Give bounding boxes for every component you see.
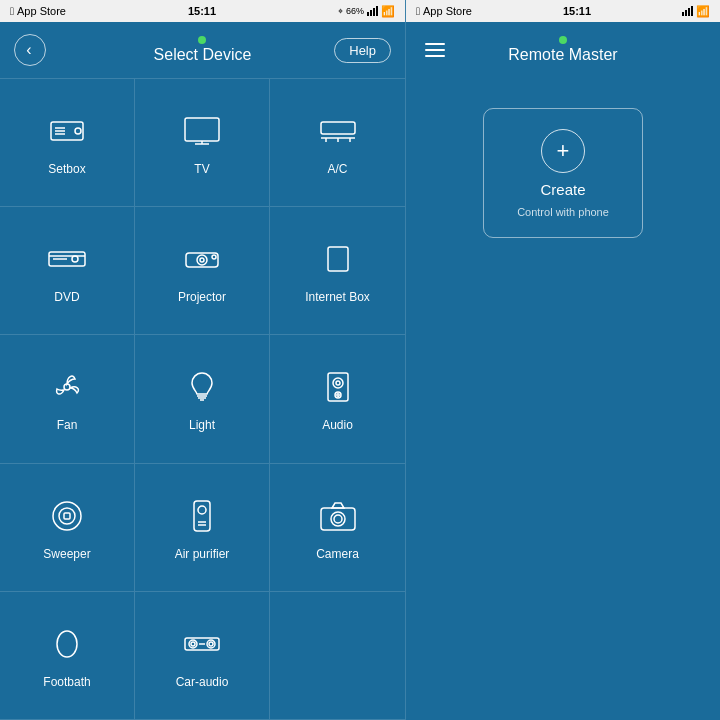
- svg-rect-8: [321, 122, 355, 134]
- audio-label: Audio: [322, 418, 353, 432]
- device-item-sweeper[interactable]: Sweeper: [0, 464, 135, 592]
- svg-rect-21: [328, 247, 348, 271]
- svg-point-43: [189, 640, 197, 648]
- svg-rect-33: [64, 513, 70, 519]
- tv-label: TV: [194, 162, 209, 176]
- right-time: 15:11: [563, 5, 591, 17]
- dvd-icon: [45, 237, 89, 284]
- device-item-dvd[interactable]: DVD: [0, 207, 135, 335]
- create-card[interactable]: + Create Control with phone: [483, 108, 643, 238]
- right-app-name: App Store: [423, 5, 472, 17]
- device-item-tv[interactable]: TV: [135, 79, 270, 207]
- right-signal-bars: [682, 6, 693, 16]
- create-subtitle: Control with phone: [517, 206, 609, 218]
- device-item-setbox[interactable]: Setbox: [0, 79, 135, 207]
- right-connection-dot: [559, 36, 567, 44]
- left-status-bar:  App Store 15:11 ⌖ 66% 📶: [0, 0, 405, 22]
- left-header: ‹ Select Device Help: [0, 22, 405, 78]
- help-button[interactable]: Help: [334, 38, 391, 63]
- air-purifier-icon: [180, 494, 224, 541]
- svg-point-30: [336, 394, 338, 396]
- svg-point-44: [191, 642, 195, 646]
- car-audio-label: Car-audio: [176, 675, 229, 689]
- remote-master-title: Remote Master: [508, 36, 617, 64]
- device-item-fan[interactable]: Fan: [0, 335, 135, 463]
- internet-box-label: Internet Box: [305, 290, 370, 304]
- create-plus-icon: +: [541, 129, 585, 173]
- left-percent: 66%: [346, 6, 364, 16]
- svg-point-41: [57, 631, 77, 657]
- svg-point-20: [212, 255, 216, 259]
- svg-point-18: [197, 255, 207, 265]
- svg-point-28: [336, 381, 340, 385]
- menu-button[interactable]: [420, 38, 450, 62]
- audio-icon: [316, 365, 360, 412]
- svg-point-39: [331, 512, 345, 526]
- ac-label: A/C: [327, 162, 347, 176]
- ac-icon: [316, 109, 360, 156]
- tv-icon: [180, 109, 224, 156]
- apple-icon: : [10, 5, 14, 17]
- device-item-audio[interactable]: Audio: [270, 335, 405, 463]
- wifi-icon: 📶: [381, 5, 395, 18]
- footbath-label: Footbath: [43, 675, 90, 689]
- device-item-ac[interactable]: A/C: [270, 79, 405, 207]
- car-audio-icon: [180, 622, 224, 669]
- right-content: + Create Control with phone: [406, 78, 720, 720]
- device-item-air-purifier[interactable]: Air purifier: [135, 464, 270, 592]
- air-purifier-label: Air purifier: [175, 547, 230, 561]
- back-button[interactable]: ‹: [14, 34, 46, 66]
- footbath-icon: [45, 622, 89, 669]
- device-item-projector[interactable]: Projector: [135, 207, 270, 335]
- svg-point-15: [72, 256, 78, 262]
- fan-icon: [45, 365, 89, 412]
- svg-point-19: [200, 258, 204, 262]
- right-header: Remote Master: [406, 22, 720, 78]
- device-item-camera[interactable]: Camera: [270, 464, 405, 592]
- device-item-footbath[interactable]: Footbath: [0, 592, 135, 720]
- svg-point-45: [207, 640, 215, 648]
- device-grid: Setbox TV A/C DVD Pr: [0, 78, 405, 720]
- camera-icon: [316, 494, 360, 541]
- setbox-icon: [45, 109, 89, 156]
- right-wifi-icon: 📶: [696, 5, 710, 18]
- svg-point-4: [75, 128, 81, 134]
- internet-box-icon: [316, 237, 360, 284]
- signal-bars: [367, 6, 378, 16]
- dvd-label: DVD: [54, 290, 79, 304]
- left-panel:  App Store 15:11 ⌖ 66% 📶 ‹ Select Devic…: [0, 0, 405, 720]
- svg-rect-5: [185, 118, 219, 141]
- svg-point-29: [335, 392, 341, 398]
- select-device-title: Select Device: [154, 36, 252, 64]
- create-title: Create: [540, 181, 585, 198]
- right-apple-icon: : [416, 5, 420, 17]
- projector-label: Projector: [178, 290, 226, 304]
- sweeper-label: Sweeper: [43, 547, 90, 561]
- light-label: Light: [189, 418, 215, 432]
- fan-label: Fan: [57, 418, 78, 432]
- svg-point-46: [209, 642, 213, 646]
- right-status-bar:  App Store 15:11 📶: [406, 0, 720, 22]
- svg-point-32: [59, 508, 75, 524]
- camera-label: Camera: [316, 547, 359, 561]
- left-time: 15:11: [188, 5, 216, 17]
- device-item-empty: [270, 592, 405, 720]
- connection-dot: [198, 36, 206, 44]
- left-app-name: App Store: [17, 5, 66, 17]
- device-item-light[interactable]: Light: [135, 335, 270, 463]
- sweeper-icon: [45, 494, 89, 541]
- setbox-label: Setbox: [48, 162, 85, 176]
- right-panel:  App Store 15:11 📶 Remote Master: [405, 0, 720, 720]
- projector-icon: [180, 237, 224, 284]
- svg-point-40: [334, 515, 342, 523]
- svg-point-31: [53, 502, 81, 530]
- location-icon: ⌖: [338, 6, 343, 17]
- device-item-internet-box[interactable]: Internet Box: [270, 207, 405, 335]
- svg-point-27: [333, 378, 343, 388]
- device-item-car-audio[interactable]: Car-audio: [135, 592, 270, 720]
- svg-point-35: [198, 506, 206, 514]
- light-icon: [180, 365, 224, 412]
